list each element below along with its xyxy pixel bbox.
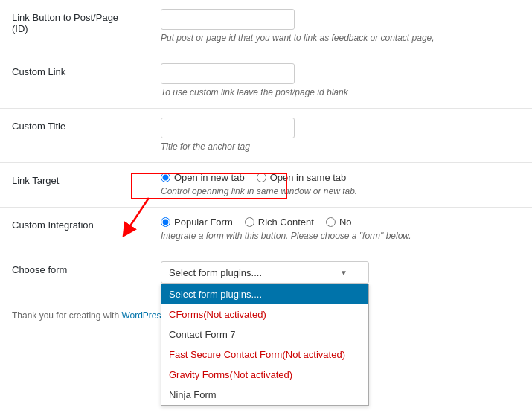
link-target-same-tab[interactable]: Open in same tab <box>257 172 347 183</box>
form-dropdown-wrapper: Select form plugins.... ▼ Select form pl… <box>161 261 369 284</box>
link-target-hint: Control openning link in same window or … <box>161 186 520 196</box>
settings-table: Link Button to Post/Page (ID) Put post o… <box>0 0 532 301</box>
form-dropdown-menu: Select form plugins.... CForms(Not activ… <box>161 284 369 406</box>
custom-integration-label: Custom Integration <box>0 208 149 252</box>
link-target-new-tab[interactable]: Open in new tab <box>161 172 245 183</box>
custom-integration-hint: Integrate a form with this button. Pleas… <box>161 231 520 241</box>
choose-form-value: Select form plugins.... ▼ Select form pl… <box>149 252 532 301</box>
custom-link-input[interactable] <box>161 63 295 84</box>
link-target-label: Link Target <box>0 163 149 208</box>
dropdown-item-4[interactable]: Gravity Forms(Not activated) <box>161 365 368 385</box>
link-target-radio-group: Open in new tab Open in same tab <box>161 172 520 183</box>
link-button-row: Link Button to Post/Page (ID) Put post o… <box>0 0 532 54</box>
custom-integration-value: Popular Form Rich Content No Integrate a… <box>149 208 532 252</box>
custom-integration-no-label: No <box>339 217 352 228</box>
dropdown-item-0[interactable]: Select form plugins.... <box>161 284 368 304</box>
custom-integration-rich-content[interactable]: Rich Content <box>245 217 314 228</box>
custom-integration-popular-form[interactable]: Popular Form <box>161 217 233 228</box>
custom-integration-rich-radio[interactable] <box>245 217 254 227</box>
custom-link-hint: To use custom link leave the post/page i… <box>161 87 520 97</box>
link-button-value: Put post or page id that you want to lin… <box>149 0 532 54</box>
dropdown-item-5[interactable]: Ninja Form <box>161 385 368 405</box>
link-target-new-tab-label: Open in new tab <box>174 172 245 183</box>
custom-title-label: Custom Title <box>0 109 149 163</box>
settings-page: Link Button to Post/Page (ID) Put post o… <box>0 0 532 413</box>
dropdown-item-2[interactable]: Contact Form 7 <box>161 324 368 345</box>
custom-link-value: To use custom link leave the post/page i… <box>149 54 532 109</box>
link-button-input[interactable] <box>161 9 295 30</box>
link-target-row: Link Target Open in new tab Open in same… <box>0 163 532 208</box>
link-target-new-tab-radio[interactable] <box>161 173 170 182</box>
custom-integration-popular-radio[interactable] <box>161 217 170 227</box>
link-target-same-tab-label: Open in same tab <box>270 172 347 183</box>
dropdown-item-1[interactable]: CForms(Not activated) <box>161 304 368 324</box>
link-target-same-tab-radio[interactable] <box>257 173 266 182</box>
custom-integration-row: Custom Integration Popular Form Rich Con… <box>0 208 532 252</box>
choose-form-row: Choose form Select form plugins.... ▼ Se… <box>0 252 532 301</box>
custom-integration-rich-label: Rich Content <box>258 217 314 228</box>
form-dropdown-display: Select form plugins.... <box>169 267 262 278</box>
link-button-label: Link Button to Post/Page (ID) <box>0 0 149 54</box>
custom-integration-radio-group: Popular Form Rich Content No <box>161 217 520 228</box>
custom-link-row: Custom Link To use custom link leave the… <box>0 54 532 109</box>
custom-title-hint: Title for the anchor tag <box>161 141 520 152</box>
custom-title-input[interactable] <box>161 118 295 138</box>
custom-link-label: Custom Link <box>0 54 149 109</box>
dropdown-item-3[interactable]: Fast Secure Contact Form(Not activated) <box>161 345 368 365</box>
custom-title-value: Title for the anchor tag <box>149 109 532 163</box>
custom-integration-no-radio[interactable] <box>326 217 336 227</box>
choose-form-label: Choose form <box>0 252 149 301</box>
footer-text: Thank you for creating with <box>12 310 121 321</box>
form-dropdown-trigger[interactable]: Select form plugins.... ▼ <box>161 261 369 284</box>
custom-integration-popular-label: Popular Form <box>174 217 233 228</box>
link-button-hint: Put post or page id that you want to lin… <box>161 33 520 43</box>
dropdown-arrow-icon: ▼ <box>340 269 347 277</box>
link-target-value: Open in new tab Open in same tab Control… <box>149 163 532 208</box>
custom-title-row: Custom Title Title for the anchor tag <box>0 109 532 163</box>
custom-integration-no[interactable]: No <box>326 217 352 228</box>
